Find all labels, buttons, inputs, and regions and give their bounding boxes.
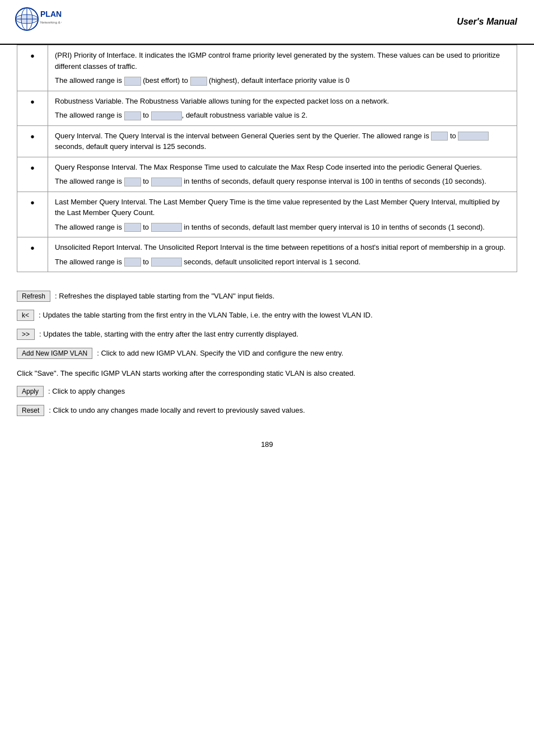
paragraph: The allowed range is to , default robust… [55, 110, 510, 121]
paragraph: The allowed range is (best effort) to (h… [55, 75, 510, 86]
bullet-cell: • [17, 45, 48, 91]
paragraph: The allowed range is to in tenths of sec… [55, 222, 510, 233]
paragraph: Robustness Variable. The Robustness Vari… [55, 96, 510, 107]
paragraph: The allowed range is to in tenths of sec… [55, 176, 510, 187]
reset-description: : Click to undo any changes made locally… [49, 403, 305, 418]
refresh-row: Refresh : Refreshes the displayed table … [17, 289, 517, 304]
apply-row: Apply : Click to apply changes [17, 384, 517, 399]
add-igmp-vlan-button[interactable]: Add New IGMP VLAN [17, 348, 92, 359]
bullet-cell: • [17, 157, 48, 192]
refresh-description: : Refreshes the displayed table starting… [55, 289, 274, 304]
bullet-cell: • [17, 192, 48, 237]
paragraph: Unsolicited Report Interval. The Unsolic… [55, 242, 510, 253]
page-number: 189 [17, 440, 517, 449]
planet-logo-icon: PLANET Networking & Communication [11, 6, 62, 38]
save-note: Click "Save". The specific IGMP VLAN sta… [17, 366, 517, 381]
kk-description: : Updates the table starting from the fi… [39, 308, 373, 323]
next-button[interactable]: >> [17, 329, 35, 340]
manual-title: User's Manual [457, 17, 517, 27]
next-row: >> : Updates the table, starting with th… [17, 327, 517, 342]
bullet-cell: • [17, 237, 48, 272]
range-max-input [151, 223, 182, 232]
logo-area: PLANET Networking & Communication [11, 6, 62, 38]
range-min-input [431, 132, 448, 141]
svg-text:PLANET: PLANET [40, 10, 62, 18]
range-min-input [124, 178, 141, 186]
table-row: • Last Member Query Interval. The Last M… [17, 192, 517, 237]
text-cell: Last Member Query Interval. The Last Mem… [48, 192, 517, 237]
paragraph: The allowed range is to seconds, default… [55, 256, 510, 268]
kk-row: k< : Updates the table starting from the… [17, 308, 517, 323]
bullet-cell: • [17, 91, 48, 125]
range-min-input [124, 111, 141, 120]
range-max-input [190, 77, 207, 86]
paragraph: (PRI) Priority of Interface. It indicate… [55, 50, 510, 72]
description-table: • (PRI) Priority of Interface. It indica… [17, 45, 517, 272]
next-description: : Updates the table, starting with the e… [39, 327, 298, 342]
table-row: • Unsolicited Report Interval. The Unsol… [17, 237, 517, 272]
text-cell: Robustness Variable. The Robustness Vari… [48, 91, 517, 125]
apply-description: : Click to apply changes [48, 384, 125, 399]
apply-button[interactable]: Apply [17, 386, 44, 397]
range-max-input [458, 132, 489, 141]
buttons-section: Refresh : Refreshes the displayed table … [17, 289, 517, 418]
table-row: • (PRI) Priority of Interface. It indica… [17, 45, 517, 91]
svg-text:Networking & Communication: Networking & Communication [40, 21, 62, 24]
range-min-input [124, 258, 141, 267]
text-cell: (PRI) Priority of Interface. It indicate… [48, 45, 517, 91]
table-row: • Query Interval. The Query Interval is … [17, 125, 517, 157]
range-max-input [151, 111, 182, 120]
paragraph: Last Member Query Interval. The Last Mem… [55, 197, 510, 218]
range-max-input [151, 258, 182, 267]
bullet-cell: • [17, 125, 48, 157]
text-cell: Query Interval. The Query Interval is th… [48, 125, 517, 157]
page-header: PLANET Networking & Communication User's… [0, 0, 534, 45]
table-row: • Robustness Variable. The Robustness Va… [17, 91, 517, 125]
range-min-input [124, 77, 141, 86]
main-content: • (PRI) Priority of Interface. It indica… [0, 45, 534, 465]
range-min-input [124, 223, 141, 232]
reset-button[interactable]: Reset [17, 405, 44, 416]
refresh-button[interactable]: Refresh [17, 291, 50, 302]
text-cell: Unsolicited Report Interval. The Unsolic… [48, 237, 517, 272]
range-max-input [151, 178, 182, 186]
add-igmp-description: : Click to add new IGMP VLAN. Specify th… [97, 346, 343, 361]
paragraph: Query Interval. The Query Interval is th… [55, 130, 510, 152]
paragraph: Query Response Interval. The Max Respons… [55, 162, 510, 173]
table-row: • Query Response Interval. The Max Respo… [17, 157, 517, 192]
add-igmp-row: Add New IGMP VLAN : Click to add new IGM… [17, 346, 517, 361]
kk-button[interactable]: k< [17, 310, 34, 321]
text-cell: Query Response Interval. The Max Respons… [48, 157, 517, 192]
reset-row: Reset : Click to undo any changes made l… [17, 403, 517, 418]
